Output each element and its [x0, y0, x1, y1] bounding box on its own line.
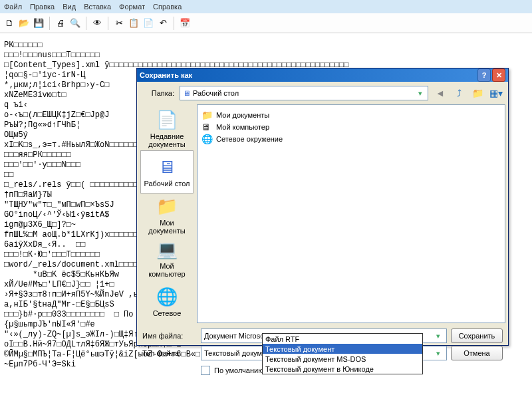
- place-label: Сетевое: [153, 309, 182, 317]
- dropdown-option[interactable]: Файл RTF: [263, 334, 422, 344]
- save-as-dialog: Сохранить как ? ✕ Папка: 🖥 Рабочий стол …: [136, 68, 509, 346]
- dialog-middle: 📄Недавние документы 🖥Рабочий стол 📁Мои д…: [137, 104, 508, 323]
- new-folder-icon[interactable]: 📁: [471, 86, 484, 100]
- folder-value: Рабочий стол: [193, 89, 239, 97]
- place-recent[interactable]: 📄Недавние документы: [140, 107, 194, 150]
- help-button[interactable]: ?: [477, 68, 491, 82]
- cut-icon[interactable]: ✂: [114, 18, 124, 29]
- preview-icon[interactable]: 🔍: [70, 18, 80, 29]
- chevron-down-icon[interactable]: ▾: [433, 349, 444, 358]
- file-list[interactable]: 📁Мои документы 🖥Мой компьютер 🌐Сетевое о…: [197, 104, 505, 323]
- computer-icon: 💻: [156, 239, 178, 261]
- desktop-icon: 🖥: [183, 89, 190, 97]
- place-computer[interactable]: 💻Мой компьютер: [140, 237, 194, 280]
- folder-row: Папка: 🖥 Рабочий стол ▾ ◄ ⤴ 📁 ▦▾: [137, 82, 508, 104]
- save-button[interactable]: Сохранить: [451, 329, 503, 343]
- separator: [49, 17, 50, 30]
- separator: [174, 17, 174, 30]
- filetype-dropdown[interactable]: Файл RTF Текстовый документ Текстовый до…: [262, 333, 423, 374]
- filetype-label: Тип файла:: [142, 349, 197, 357]
- place-label: Мои документы: [141, 219, 193, 235]
- place-label: Мой компьютер: [141, 262, 193, 278]
- chevron-down-icon[interactable]: ▾: [433, 332, 444, 340]
- close-button[interactable]: ✕: [492, 68, 505, 82]
- separator: [86, 17, 86, 30]
- dropdown-option[interactable]: Текстовый документ в Юникоде: [263, 364, 422, 374]
- place-label: Рабочий стол: [144, 180, 190, 188]
- back-icon[interactable]: ◄: [434, 86, 447, 100]
- chevron-down-icon[interactable]: ▾: [416, 89, 425, 98]
- place-label: Недавние документы: [141, 132, 193, 148]
- folder-combo[interactable]: 🖥 Рабочий стол ▾: [180, 86, 428, 100]
- print-icon[interactable]: 🖨: [55, 18, 66, 29]
- save-icon[interactable]: 💾: [33, 18, 44, 29]
- new-icon[interactable]: 🗋: [4, 18, 15, 29]
- menu-help[interactable]: Справка: [153, 3, 182, 11]
- menu-view[interactable]: Вид: [63, 3, 76, 11]
- separator: [108, 17, 108, 30]
- place-desktop[interactable]: 🖥Рабочий стол: [140, 150, 194, 194]
- recent-icon: 📄: [156, 110, 178, 131]
- folder-icon: 📁: [201, 110, 212, 120]
- default-checkbox[interactable]: [201, 366, 210, 375]
- network-icon: 🌐: [156, 287, 178, 308]
- menu-file[interactable]: Файл: [4, 3, 22, 11]
- file-item[interactable]: 📁Мои документы: [201, 109, 501, 121]
- paste-icon[interactable]: 📄: [143, 18, 154, 29]
- network-icon: 🌐: [201, 134, 212, 144]
- menu-edit[interactable]: Правка: [30, 3, 55, 11]
- default-label: По умолчанию: [214, 366, 263, 374]
- up-icon[interactable]: ⤴: [452, 86, 466, 100]
- place-documents[interactable]: 📁Мои документы: [140, 194, 194, 237]
- file-label: Сетевое окружение: [216, 135, 283, 143]
- dropdown-option[interactable]: Текстовый документ MS-DOS: [263, 354, 422, 364]
- date-icon[interactable]: 📅: [180, 18, 190, 29]
- find-icon[interactable]: 👁: [92, 18, 102, 29]
- dropdown-option[interactable]: Текстовый документ: [263, 344, 422, 354]
- computer-icon: 🖥: [201, 122, 212, 132]
- menu-insert[interactable]: Вставка: [84, 3, 111, 11]
- menu-bar: Файл Правка Вид Вставка Формат Справка: [0, 0, 532, 13]
- places-bar: 📄Недавние документы 🖥Рабочий стол 📁Мои д…: [137, 104, 197, 323]
- cancel-button[interactable]: Отмена: [451, 346, 503, 360]
- documents-icon: 📁: [156, 196, 178, 217]
- desktop-icon: 🖥: [156, 157, 178, 178]
- folder-label: Папка:: [142, 89, 174, 97]
- undo-icon[interactable]: ↶: [158, 18, 168, 29]
- file-label: Мой компьютер: [216, 123, 269, 131]
- open-icon[interactable]: 📂: [19, 18, 29, 29]
- dialog-titlebar: Сохранить как ? ✕: [137, 68, 508, 82]
- toolbar: 🗋 📂 💾 🖨 🔍 👁 ✂ 📋 📄 ↶ 📅: [0, 13, 532, 33]
- filename-label: Имя файла:: [142, 332, 197, 340]
- dialog-title: Сохранить как: [140, 71, 476, 79]
- file-item[interactable]: 🖥Мой компьютер: [201, 121, 501, 133]
- menu-format[interactable]: Формат: [119, 3, 145, 11]
- copy-icon[interactable]: 📋: [128, 18, 139, 29]
- views-icon[interactable]: ▦▾: [489, 86, 503, 100]
- place-network[interactable]: 🌐Сетевое: [140, 280, 194, 323]
- file-item[interactable]: 🌐Сетевое окружение: [201, 133, 501, 145]
- file-label: Мои документы: [216, 111, 269, 119]
